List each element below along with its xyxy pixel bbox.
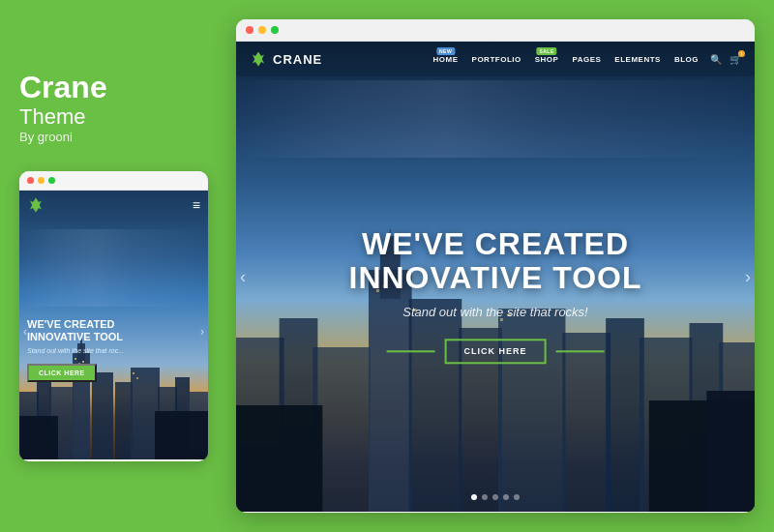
- svg-rect-6: [92, 372, 113, 459]
- left-panel: Crane Theme By grooni: [19, 61, 213, 471]
- desktop-dot-5[interactable]: [514, 494, 520, 500]
- nav-item-portfolio[interactable]: PORTFOLIO: [472, 55, 521, 64]
- desktop-headline: WE'VE CREATED INNOVATIVE TOOL: [288, 227, 703, 295]
- desktop-nav-links: NEW HOME PORTFOLIO SALE SHOP PAGES ELEME…: [433, 55, 699, 64]
- desktop-cta-button[interactable]: CLICK HERE: [444, 340, 546, 365]
- desktop-arrow-left[interactable]: ‹: [240, 267, 246, 287]
- cart-icon[interactable]: 🛒 1: [729, 54, 741, 65]
- desktop-dot-1[interactable]: [471, 494, 477, 500]
- mobile-subline: Stand out with the site that roc...: [27, 347, 200, 354]
- mobile-arrow-left[interactable]: ‹: [23, 325, 27, 339]
- desktop-logo-icon: [250, 50, 267, 68]
- mobile-arrow-right[interactable]: ›: [200, 325, 204, 339]
- dot-green: [48, 177, 55, 184]
- desktop-arrow-right[interactable]: ›: [745, 267, 751, 287]
- mobile-nav: ≡: [19, 191, 208, 220]
- svg-rect-7: [115, 382, 133, 459]
- mobile-inner: ≡ WE'VE CREATED INNOVATIVE TOOL Stand ou…: [19, 191, 208, 459]
- mobile-arrows: ‹ ›: [19, 325, 208, 339]
- desktop-line-left: [386, 351, 434, 353]
- svg-rect-42: [706, 391, 755, 512]
- nav-item-elements[interactable]: ELEMENTS: [614, 55, 661, 64]
- nav-item-shop[interactable]: SALE SHOP: [535, 55, 559, 64]
- desktop-dot-3[interactable]: [492, 494, 498, 500]
- desktop-nav: CRANE NEW HOME PORTFOLIO SALE SHOP PAGES…: [236, 42, 755, 76]
- dot-red: [27, 177, 34, 184]
- nav-item-pages[interactable]: PAGES: [572, 55, 601, 64]
- desktop-dot-red: [246, 26, 253, 34]
- theme-author: By grooni: [19, 130, 213, 144]
- desktop-nav-icons: 🔍 🛒 1: [710, 54, 741, 65]
- nav-item-blog[interactable]: BLOG: [674, 55, 699, 64]
- desktop-mockup: CRANE NEW HOME PORTFOLIO SALE SHOP PAGES…: [236, 19, 755, 513]
- desktop-subline: Stand out with the site that rocks!: [288, 306, 703, 320]
- mobile-cta-button[interactable]: CLICK HERE: [27, 364, 97, 382]
- desktop-btn-wrap: CLICK HERE: [288, 340, 703, 365]
- svg-rect-17: [19, 416, 58, 459]
- desktop-dot-green: [271, 26, 279, 34]
- desktop-sky-detail: [236, 80, 755, 158]
- desktop-slide-dots: [471, 494, 520, 500]
- desktop-inner: CRANE NEW HOME PORTFOLIO SALE SHOP PAGES…: [236, 42, 755, 512]
- desktop-dot-4[interactable]: [503, 494, 509, 500]
- desktop-dot-2[interactable]: [482, 494, 488, 500]
- mobile-mockup: ≡ WE'VE CREATED INNOVATIVE TOOL Stand ou…: [19, 171, 208, 461]
- desktop-browser-bar: [236, 19, 755, 42]
- desktop-hero: WE'VE CREATED INNOVATIVE TOOL Stand out …: [288, 227, 703, 364]
- desktop-logo-text: CRANE: [273, 52, 322, 67]
- search-icon[interactable]: 🔍: [710, 54, 722, 65]
- dot-yellow: [38, 177, 45, 184]
- theme-title: Crane Theme: [19, 71, 213, 130]
- mobile-browser-bar: [19, 171, 208, 191]
- desktop-line-right: [556, 351, 605, 353]
- mobile-hamburger-icon[interactable]: ≡: [193, 197, 200, 213]
- mobile-logo-icon: [27, 196, 45, 214]
- mobile-sky-detail: [19, 229, 208, 307]
- svg-rect-18: [155, 411, 208, 459]
- cart-badge: 1: [738, 50, 745, 57]
- badge-new: NEW: [436, 47, 455, 55]
- desktop-dot-yellow: [258, 26, 266, 34]
- nav-item-home[interactable]: NEW HOME: [433, 55, 459, 64]
- badge-sale: SALE: [536, 47, 556, 55]
- svg-rect-40: [236, 405, 322, 512]
- desktop-logo: CRANE: [250, 50, 322, 68]
